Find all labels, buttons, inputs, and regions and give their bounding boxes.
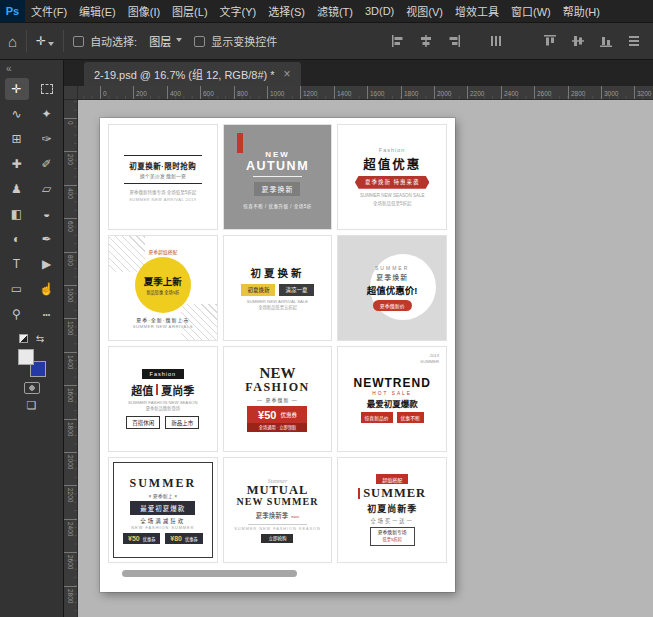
banner-card-11: Summer MUTUAL NEW SUMMER 夏季焕新季 new SUMME… [223,457,333,563]
ruler-label: 1400 [334,86,351,100]
brush-tool[interactable]: ✐ [35,153,59,175]
blur-tool-icon: ◒ [43,207,50,221]
foreground-color-swatch[interactable] [18,349,34,365]
banner-card-6: SUMMER 夏季焕新 超值优惠价! 夏季焕新价 [337,235,447,341]
quick-selection-tool-icon: ✦ [41,107,51,121]
ruler-label: 1600 [64,385,78,402]
canvas[interactable]: 初夏换新·限时抢购 换个美沙发 焕新一夏 夏季焕新特惠专场 全场低至5折起 SU… [78,100,653,617]
menu-layer[interactable]: 图层(L) [166,0,213,22]
align-left-icon[interactable] [387,30,409,52]
align-horizontal-center-icon[interactable] [415,30,437,52]
menu-help[interactable]: 帮助(H) [557,0,606,22]
card3-title: 超值优惠 [363,154,421,173]
ruler-label: 1200 [300,86,317,100]
horizontal-ruler[interactable]: 0 200 400 600 800 1000 1200 1400 1600 18… [78,86,653,100]
design-grid: 初夏换新·限时抢购 换个美沙发 焕新一夏 夏季焕新特惠专场 全场低至5折起 SU… [108,124,447,563]
path-selection-tool[interactable]: ▶ [35,253,59,275]
gradient-tool[interactable]: ◧ [5,203,29,225]
accent-bar [358,488,360,499]
menu-bar: Ps 文件(F) 编辑(E) 图像(I) 图层(L) 文字(Y) 选择(S) 滤… [0,0,653,22]
card1-footer: SUMMER NEW ARRIVAL 2019 [129,197,196,202]
yellow-circle: 夏季上新 新品钜惠 全场5折 [135,257,191,313]
collapse-panel-icon[interactable]: « [6,63,12,74]
card6-eyebrow: SUMMER [375,265,409,271]
ruler-label: 2600 [64,552,78,569]
edit-toolbar-button[interactable]: ••• [35,303,59,325]
card1-title: 初夏换新·限时抢购 [129,160,196,171]
ruler-label: 400 [167,86,181,100]
lasso-tool[interactable]: ∿ [5,103,29,125]
ruler-label: 2400 [501,86,518,100]
rectangle-tool[interactable]: ▭ [5,278,29,300]
eyedropper-tool[interactable]: ✑ [35,128,59,150]
eraser-tool[interactable]: ▱ [35,178,59,200]
auto-select-checkbox[interactable] [73,36,84,47]
menu-image[interactable]: 图像(I) [122,0,166,22]
default-colors-icon[interactable] [19,334,28,343]
home-icon[interactable]: ⌂ [8,34,17,49]
card12-subtitle: 初夏尚新季 [367,502,417,515]
card1-desc: 夏季焕新特惠专场 全场低至5折起 [119,189,207,195]
menu-select[interactable]: 选择(S) [262,0,311,22]
card1-subtitle: 换个美沙发 焕新一夏 [140,172,186,179]
healing-brush-tool-icon: ✚ [11,157,21,171]
zoom-tool[interactable]: ⚲ [5,303,29,325]
ruler-label: 2000 [64,452,78,469]
blur-tool[interactable]: ◒ [35,203,59,225]
pen-tool-icon: ✒ [41,232,51,246]
document-window: 2-19.psd @ 16.7% (组 12, RGB/8#) * × 0 20… [64,60,653,617]
banner-card-7: Fashion 超值 夏尚季 SUMMER FASHION NEW SEASON… [108,346,218,452]
ruler-label: 1200 [64,318,78,335]
menu-3d[interactable]: 3D(D) [359,0,400,22]
vertical-ruler[interactable]: 0 200 400 600 800 1000 1200 1400 1600 18… [64,100,78,617]
frame-tool[interactable]: ⊞ [5,128,29,150]
card10-line1: 全场满减狂欢 [140,517,185,525]
align-vertical-center-icon[interactable] [567,30,589,52]
move-tool-icon: ✛ [11,82,21,96]
close-tab-icon[interactable]: × [284,67,291,81]
menu-plugins[interactable]: 增效工具 [449,0,505,22]
screen-mode-icon[interactable]: ❏ [27,399,37,412]
ruler-label: 800 [64,252,78,266]
align-bottom-icon[interactable] [595,30,617,52]
align-right-icon[interactable] [443,30,465,52]
path-selection-tool-icon: ▶ [42,257,51,271]
document-tab[interactable]: 2-19.psd @ 16.7% (组 12, RGB/8#) * × [84,62,301,86]
divider [124,183,202,184]
menu-file[interactable]: 文件(F) [25,0,73,22]
healing-brush-tool[interactable]: ✚ [5,153,29,175]
distribute-horizontal-icon[interactable] [485,30,507,52]
card7-label: Fashion [142,369,185,379]
menu-view[interactable]: 视图(V) [400,0,449,22]
card3-desc2: 全场新品低至5折起 [373,201,412,208]
quick-mask-icon[interactable] [24,382,40,394]
menu-type[interactable]: 文字(Y) [214,0,263,22]
card7-button1: 百搭休闲 [126,416,160,429]
move-tool[interactable]: ✛ [5,78,29,100]
banner-card-8: NEW FASHION — 夏季焕新 — ¥50 优惠券 全场通用 · 立即领取 [223,346,333,452]
distribute-vertical-icon[interactable] [623,30,645,52]
show-transform-checkbox[interactable] [194,36,205,47]
banner-card-1: 初夏换新·限时抢购 换个美沙发 焕新一夏 夏季焕新特惠专场 全场低至5折起 SU… [108,124,218,230]
type-tool[interactable]: T [5,253,29,275]
options-bar: ⌂ ✛ 自动选择: 图层 显示变换控件 [0,22,653,60]
quick-selection-tool[interactable]: ✦ [35,103,59,125]
clone-stamp-tool[interactable]: ♟ [5,178,29,200]
align-top-icon[interactable] [539,30,561,52]
dodge-tool[interactable]: ◐ [5,228,29,250]
swap-colors-icon[interactable]: ⇆ [36,333,44,344]
current-tool-icon[interactable]: ✛ [36,34,54,48]
hand-tool[interactable]: ☝ [35,278,59,300]
card5-chip-yellow: 初夏焕新 [241,284,275,296]
menu-edit[interactable]: 编辑(E) [73,0,122,22]
card6-line1: 夏季焕新 [376,272,408,282]
menu-window[interactable]: 窗口(W) [505,0,557,22]
pen-tool[interactable]: ✒ [35,228,59,250]
marquee-tool[interactable] [35,78,59,100]
card12-outline-box: 夏季焕新专场 低至5折起 [370,527,415,546]
auto-select-dropdown[interactable]: 图层 [143,31,188,51]
card9-eyebrow: HOT SALE [372,391,412,396]
menu-filter[interactable]: 滤镜(T) [311,0,359,22]
ruler-corner [64,86,78,100]
card3-eyebrow: Fashion [379,147,406,153]
